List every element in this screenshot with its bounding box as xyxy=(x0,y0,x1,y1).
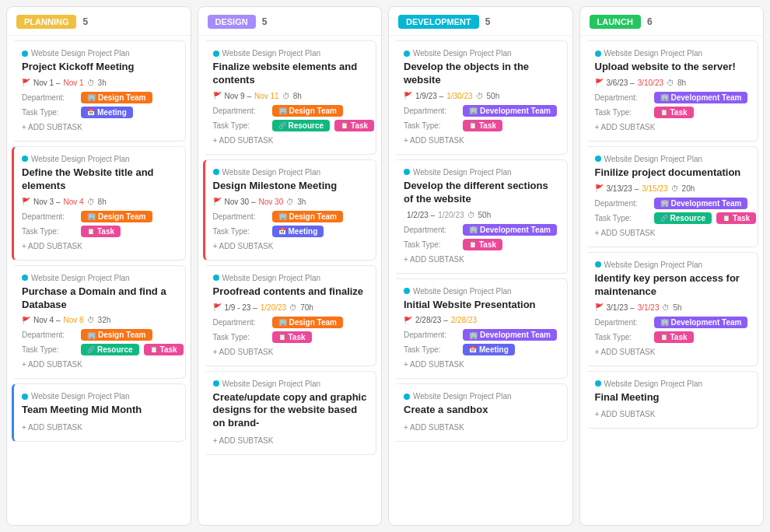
tasktype-icon: 🔗 xyxy=(660,215,668,222)
tasktype-tag: 📋Task xyxy=(716,212,756,224)
card-project-label: Website Design Project Plan xyxy=(404,392,559,401)
tasktype-label: Task Type: xyxy=(595,214,649,222)
column-count-development: 5 xyxy=(485,16,491,27)
task-card[interactable]: Website Design Project PlanInitial Websi… xyxy=(394,278,568,380)
card-department-row: Department:🏢Design Team xyxy=(213,211,369,222)
department-icon: 🏢 xyxy=(87,93,96,101)
task-card[interactable]: Website Design Project PlanUpload websit… xyxy=(585,40,759,142)
add-subtask-button[interactable]: + ADD SUBTASK xyxy=(22,240,177,252)
task-card[interactable]: Website Design Project PlanDesign Milest… xyxy=(203,159,377,261)
project-name: Website Design Project Plan xyxy=(31,155,130,163)
task-card[interactable]: Website Design Project PlanDevelop the d… xyxy=(394,159,568,274)
card-tasktype-row: Task Type:📋Task xyxy=(404,120,559,131)
date-end: 3/15/23 xyxy=(642,184,667,193)
department-icon: 🏢 xyxy=(660,318,669,326)
add-subtask-button[interactable]: + ADD SUBTASK xyxy=(595,227,751,239)
hours-value: 32h xyxy=(98,316,111,324)
card-tasktype-row: Task Type:📋Task xyxy=(213,331,369,343)
tasktype-tag: 📋Task xyxy=(334,120,374,131)
add-subtask-button[interactable]: + ADD SUBTASK xyxy=(213,240,369,252)
column-planning: PLANNING5Website Design Project PlanProj… xyxy=(6,6,191,526)
task-card[interactable]: Website Design Project PlanDefine the We… xyxy=(12,146,186,261)
project-dot-icon xyxy=(22,156,28,162)
column-body-design: Website Design Project PlanFinalize webs… xyxy=(198,36,382,525)
department-name: Development Team xyxy=(480,331,551,339)
tasktype-icon: 📋 xyxy=(469,122,477,129)
project-name: Website Design Project Plan xyxy=(413,287,512,296)
task-card[interactable]: Website Design Project PlanTeam Meeting … xyxy=(12,383,186,442)
department-name: Design Team xyxy=(98,212,146,221)
project-dot-icon xyxy=(213,169,219,175)
column-header-development: DEVELOPMENT5 xyxy=(389,7,572,36)
project-name: Website Design Project Plan xyxy=(222,168,321,177)
column-header-planning: PLANNING5 xyxy=(7,7,191,36)
tasktype-name: Task xyxy=(670,333,688,341)
task-card[interactable]: Website Design Project PlanFinalize webs… xyxy=(203,40,377,155)
task-card[interactable]: Website Design Project PlanIdentify key … xyxy=(585,252,759,366)
card-project-label: Website Design Project Plan xyxy=(595,155,751,163)
add-subtask-button[interactable]: + ADD SUBTASK xyxy=(404,359,559,370)
column-badge-launch: LAUNCH xyxy=(590,15,641,29)
add-subtask-button[interactable]: + ADD SUBTASK xyxy=(595,121,751,133)
column-design: DESIGN5Website Design Project PlanFinali… xyxy=(198,6,383,526)
tasktype-tag: 📋Task xyxy=(654,331,694,343)
tasktype-tag: 📅Meeting xyxy=(81,107,133,118)
add-subtask-button[interactable]: + ADD SUBTASK xyxy=(22,121,177,133)
add-subtask-button[interactable]: + ADD SUBTASK xyxy=(595,408,751,420)
task-card[interactable]: Website Design Project PlanProofread con… xyxy=(203,265,377,366)
tasktype-label: Task Type: xyxy=(404,240,458,249)
card-title: Finalize website elements and contents xyxy=(213,61,369,87)
column-development: DEVELOPMENT5Website Design Project PlanD… xyxy=(388,6,573,526)
task-card[interactable]: Website Design Project PlanPurchase a Do… xyxy=(12,265,186,380)
card-tasktype-row: Task Type:📋Task xyxy=(595,331,751,343)
department-label: Department: xyxy=(22,331,76,339)
priority-flag-icon: 🚩 xyxy=(22,198,30,205)
card-project-label: Website Design Project Plan xyxy=(213,168,369,177)
card-title: Create a sandbox xyxy=(404,404,559,417)
add-subtask-button[interactable]: + ADD SUBTASK xyxy=(213,135,369,146)
tasktype-tag: 📋Task xyxy=(272,331,312,343)
task-card[interactable]: Website Design Project PlanCreate a sand… xyxy=(394,383,568,442)
department-name: Design Team xyxy=(289,107,338,115)
tasktype-icon: 📅 xyxy=(87,109,95,116)
hours-value: 20h xyxy=(682,184,695,193)
add-subtask-button[interactable]: + ADD SUBTASK xyxy=(22,359,177,370)
department-tag: 🏢Design Team xyxy=(81,211,152,222)
tasktype-name: Task xyxy=(733,214,750,222)
hours-value: 8h xyxy=(677,79,686,87)
add-subtask-button[interactable]: + ADD SUBTASK xyxy=(213,435,369,446)
card-project-label: Website Design Project Plan xyxy=(595,261,751,269)
clock-icon: ⏱ xyxy=(662,303,670,312)
priority-flag-icon: 🚩 xyxy=(404,317,412,324)
date-start: 1/9 - 23 – xyxy=(225,303,257,312)
tasktype-label: Task Type: xyxy=(22,345,76,354)
task-card[interactable]: Website Design Project PlanFinilize proj… xyxy=(585,146,759,247)
date-start: 3/1/23 – xyxy=(607,303,635,312)
clock-icon: ⏱ xyxy=(667,79,674,87)
add-subtask-button[interactable]: + ADD SUBTASK xyxy=(213,346,369,358)
add-subtask-button[interactable]: + ADD SUBTASK xyxy=(22,422,177,433)
department-name: Development Team xyxy=(480,226,551,234)
tasktype-tag: 📋Task xyxy=(463,120,502,131)
department-label: Department: xyxy=(213,107,268,115)
project-dot-icon xyxy=(595,51,601,57)
task-card[interactable]: Website Design Project PlanCreate/update… xyxy=(203,371,377,456)
tasktype-name: Meeting xyxy=(479,345,509,354)
task-card[interactable]: Website Design Project PlanFinal Meeting… xyxy=(585,371,759,429)
add-subtask-button[interactable]: + ADD SUBTASK xyxy=(404,422,559,433)
card-dates: 🚩Nov 1 – Nov 1 ⏱3h xyxy=(22,79,177,87)
project-name: Website Design Project Plan xyxy=(222,380,321,388)
add-subtask-button[interactable]: + ADD SUBTASK xyxy=(404,135,559,146)
column-count-launch: 6 xyxy=(647,16,653,27)
clock-icon: ⏱ xyxy=(289,303,297,312)
add-subtask-button[interactable]: + ADD SUBTASK xyxy=(404,254,559,265)
card-department-row: Department:🏢Development Team xyxy=(595,317,751,328)
department-tag: 🏢Design Team xyxy=(272,317,344,328)
add-subtask-button[interactable]: + ADD SUBTASK xyxy=(595,346,751,358)
card-project-label: Website Design Project Plan xyxy=(22,155,177,163)
card-tasktype-row: Task Type:🔗Resource📋Task xyxy=(595,212,751,224)
task-card[interactable]: Website Design Project PlanDevelop the o… xyxy=(394,40,568,155)
project-name: Website Design Project Plan xyxy=(31,392,130,401)
department-label: Department: xyxy=(404,226,458,234)
task-card[interactable]: Website Design Project PlanProject Kicko… xyxy=(12,40,186,142)
